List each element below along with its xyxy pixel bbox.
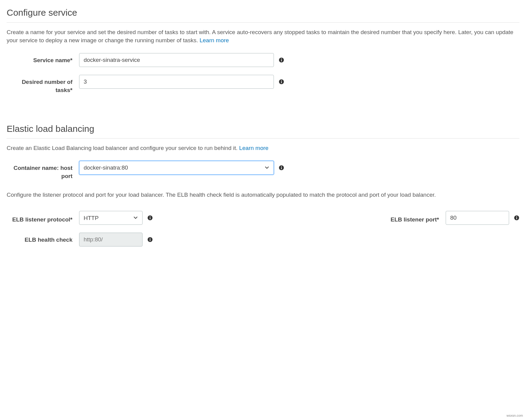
elb-health-check-input xyxy=(79,233,143,247)
configure-service-description: Create a name for your service and set t… xyxy=(7,28,519,45)
elb-description: Create an Elastic Load Balancing load ba… xyxy=(7,144,519,152)
elb-listener-port-input[interactable] xyxy=(446,211,509,225)
svg-point-17 xyxy=(150,238,151,239)
svg-point-11 xyxy=(150,216,151,217)
configure-desc-text: Create a name for your service and set t… xyxy=(7,29,513,44)
service-name-label: Service name* xyxy=(7,53,79,65)
container-select-value: docker-sinatra:80 xyxy=(84,164,128,172)
configure-service-title: Configure service xyxy=(7,6,519,23)
svg-rect-13 xyxy=(516,218,517,219)
elb-health-check-label: ELB health check xyxy=(7,233,79,244)
info-icon[interactable] xyxy=(279,57,284,63)
svg-rect-7 xyxy=(281,167,282,169)
info-icon[interactable] xyxy=(147,215,153,221)
info-icon[interactable] xyxy=(147,237,153,242)
info-icon[interactable] xyxy=(514,215,519,221)
elb-title: Elastic load balancing xyxy=(7,122,519,139)
elb-listener-protocol-label: ELB listener protocol* xyxy=(7,212,79,224)
elb-listener-protocol-value: HTTP xyxy=(84,214,99,222)
svg-point-8 xyxy=(281,166,282,167)
container-name-host-port-select[interactable]: docker-sinatra:80 xyxy=(79,161,274,175)
svg-rect-1 xyxy=(281,59,282,61)
svg-rect-4 xyxy=(281,81,282,83)
desired-tasks-label: Desired number of tasks* xyxy=(7,75,79,94)
elb-listener-port-label: ELB listener port* xyxy=(391,212,446,224)
info-icon[interactable] xyxy=(279,79,284,84)
elb-desc-text: Create an Elastic Load Balancing load ba… xyxy=(7,145,239,151)
container-name-host-port-label: Container name: host port xyxy=(7,161,79,180)
svg-point-2 xyxy=(281,58,282,59)
elb-listener-protocol-select[interactable]: HTTP xyxy=(79,211,143,225)
svg-rect-10 xyxy=(150,218,150,219)
svg-rect-16 xyxy=(150,239,150,241)
svg-point-5 xyxy=(281,80,282,81)
service-name-input[interactable] xyxy=(79,53,274,67)
configure-learn-more-link[interactable]: Learn more xyxy=(200,37,229,43)
info-icon[interactable] xyxy=(279,165,284,170)
elb-listener-description: Configure the listener protocol and port… xyxy=(7,191,519,199)
desired-tasks-input[interactable] xyxy=(79,75,274,89)
svg-point-14 xyxy=(516,216,517,217)
elb-learn-more-link[interactable]: Learn more xyxy=(239,145,268,151)
